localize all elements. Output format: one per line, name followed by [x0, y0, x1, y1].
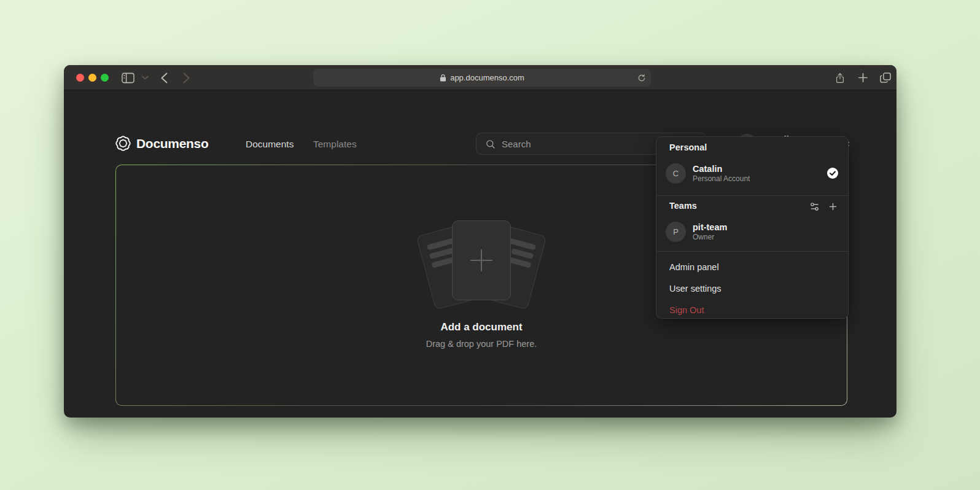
document-stack-illustration: [414, 213, 549, 317]
dropzone-subtitle: Drag & drop your PDF here.: [116, 339, 847, 349]
forward-button[interactable]: [180, 65, 192, 90]
teams-section-header: Teams: [669, 201, 697, 211]
team-item[interactable]: P pit-team Owner: [661, 217, 843, 246]
nav-documents[interactable]: Documents: [246, 139, 294, 150]
share-icon[interactable]: [834, 65, 846, 90]
back-button[interactable]: [158, 65, 170, 90]
personal-account-description: Personal Account: [693, 174, 750, 184]
selected-check-icon: [826, 167, 839, 179]
new-tab-icon[interactable]: [857, 65, 869, 90]
personal-section-header: Personal: [669, 142, 707, 152]
browser-titlebar: app.documenso.com: [64, 65, 896, 90]
nav-templates[interactable]: Templates: [313, 139, 357, 150]
document-card-center: [452, 220, 511, 300]
manage-teams-icon[interactable]: [809, 201, 820, 212]
url-text: app.documenso.com: [450, 73, 524, 82]
sidebar-toggle-icon[interactable]: [120, 65, 136, 90]
menu-divider: [656, 251, 848, 252]
personal-account-item[interactable]: C Catalin Personal Account: [661, 158, 843, 188]
address-bar[interactable]: app.documenso.com: [313, 69, 651, 87]
search-input[interactable]: [502, 139, 672, 149]
dropzone-title: Add a document: [116, 321, 847, 333]
documenso-logo-icon: [115, 135, 131, 152]
lock-icon: [440, 74, 446, 82]
account-dropdown-menu: Personal C Catalin Personal Account Team…: [656, 136, 849, 319]
personal-account-name: Catalin: [693, 163, 750, 174]
reload-icon[interactable]: [637, 74, 646, 82]
team-name: pit-team: [693, 222, 727, 233]
close-window-button[interactable]: [76, 74, 84, 82]
menu-item-admin-panel[interactable]: Admin panel: [661, 257, 843, 277]
menu-divider: [656, 195, 848, 196]
brand-name: Documenso: [136, 136, 209, 151]
create-team-plus-icon[interactable]: [828, 201, 838, 212]
minimize-window-button[interactable]: [88, 74, 96, 82]
team-avatar: P: [666, 222, 686, 242]
menu-item-sign-out[interactable]: Sign Out: [661, 300, 843, 320]
zoom-window-button[interactable]: [101, 74, 109, 82]
tab-overview-icon[interactable]: [879, 65, 892, 90]
menu-item-user-settings[interactable]: User settings: [661, 279, 843, 298]
search-icon: [485, 139, 496, 149]
personal-account-avatar: C: [666, 163, 686, 184]
sidebar-options-chevron-icon[interactable]: [140, 65, 150, 90]
browser-window: app.documenso.com: [64, 65, 896, 418]
add-plus-icon: [469, 247, 494, 273]
team-role: Owner: [693, 233, 727, 242]
